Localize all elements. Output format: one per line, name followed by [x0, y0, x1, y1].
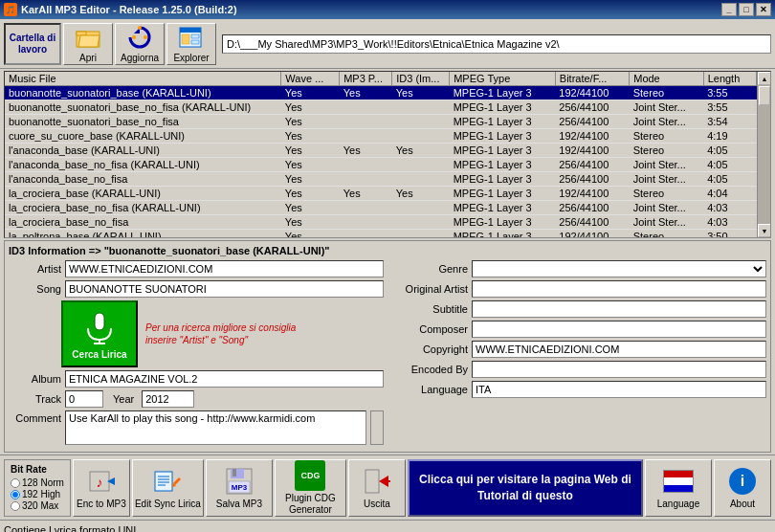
- bottom-toolbar: Bit Rate 128 Norm 192 High 320 Max ♪ Enc…: [0, 454, 775, 520]
- visit-web-button[interactable]: Clicca qui per visitare la pagina Web di…: [408, 459, 643, 517]
- scroll-track[interactable]: [758, 85, 770, 224]
- composer-label: Composer: [391, 323, 468, 335]
- table-row[interactable]: cuore_su_cuore_base (KARALL-UNI)YesMPEG-…: [5, 129, 757, 144]
- table-cell: 256/44100: [555, 215, 629, 230]
- table-cell: [340, 115, 392, 129]
- table-cell: Yes: [392, 86, 450, 100]
- bitrate-192-radio[interactable]: [11, 490, 20, 499]
- copyright-input[interactable]: [472, 341, 766, 358]
- table-cell: Stereo: [630, 230, 703, 238]
- table-row[interactable]: la_poltrona_base (KARALL-UNI)YesMPEG-1 L…: [5, 230, 757, 238]
- about-button[interactable]: i About: [714, 459, 771, 517]
- comment-scrollbar[interactable]: [370, 410, 384, 445]
- plugin-cdg-label: Plugin CDG Generator: [276, 493, 345, 516]
- encoded-by-input[interactable]: [472, 361, 766, 378]
- table-cell: Yes: [392, 144, 450, 158]
- table-cell: [340, 230, 392, 238]
- salva-mp3-label: Salva MP3: [216, 499, 262, 509]
- album-row: Album: [9, 370, 384, 388]
- table-cell: 4:05: [703, 144, 756, 158]
- table-cell: Yes: [281, 115, 340, 129]
- bitrate-128-radio[interactable]: [11, 478, 20, 488]
- scroll-down-arrow[interactable]: ▼: [758, 224, 771, 237]
- table-row[interactable]: la_crociera_base_no_fisaYesMPEG-1 Layer …: [5, 215, 757, 230]
- table-cell: 3:55: [703, 100, 756, 115]
- table-cell: [392, 158, 450, 172]
- plugin-cdg-button[interactable]: CDG Plugin CDG Generator: [275, 459, 346, 517]
- table-cell: Joint Ster...: [630, 201, 703, 215]
- file-table-scroll[interactable]: Music File Wave ... MP3 P... ID3 (Im... …: [5, 72, 757, 237]
- folder-label: Cartella dilavoro: [4, 23, 61, 65]
- table-row[interactable]: l'anaconda_base_no_fisa (KARALL-UNI)YesM…: [5, 158, 757, 172]
- table-cell: MPEG-1 Layer 3: [450, 230, 556, 238]
- artist-input[interactable]: [65, 260, 384, 277]
- maximize-button[interactable]: □: [739, 3, 754, 16]
- microphone-icon: [80, 309, 119, 347]
- table-cell: [340, 215, 392, 230]
- table-cell: Joint Ster...: [630, 172, 703, 187]
- table-cell: Yes: [392, 187, 450, 201]
- aggiorna-button[interactable]: Aggiorna: [115, 23, 165, 65]
- table-row[interactable]: buonanotte_suonatori_base_no_fisa (KARAL…: [5, 100, 757, 115]
- enc-to-mp3-button[interactable]: ♪ Enc to MP3: [73, 459, 130, 517]
- status-bar: Contiene Lyrica formato UNI: [0, 520, 775, 532]
- table-cell: 256/44100: [555, 158, 629, 172]
- cerca-lirica-label: Cerca Lirica: [72, 349, 126, 360]
- edit-sync-lirica-label: Edit Sync Lirica: [135, 499, 201, 509]
- genre-row: Genre: [391, 260, 766, 277]
- table-row[interactable]: la_crociera_base (KARALL-UNI)YesYesYesMP…: [5, 187, 757, 201]
- track-input[interactable]: [65, 390, 103, 408]
- apri-button[interactable]: Apri: [63, 23, 113, 65]
- album-input[interactable]: [65, 370, 384, 388]
- visit-label: Clicca qui per visitare la pagina Web di…: [413, 472, 637, 504]
- language-button[interactable]: Language: [645, 459, 712, 517]
- table-row[interactable]: buonanotte_suonatori_base (KARALL-UNI)Ye…: [5, 86, 757, 100]
- explorer-button[interactable]: Explorer: [166, 23, 216, 65]
- title-bar-left: 🎵 KarAll MP3 Editor - Release 1.25.0 (Bu…: [4, 3, 237, 16]
- table-cell: [392, 115, 450, 129]
- id3-body: Artist Song: [9, 260, 766, 448]
- bitrate-320-radio[interactable]: [11, 501, 20, 511]
- table-cell: 3:55: [703, 86, 756, 100]
- file-table: Music File Wave ... MP3 P... ID3 (Im... …: [5, 72, 757, 237]
- bitrate-128-label: 128 Norm: [22, 477, 64, 488]
- scroll-thumb[interactable]: [759, 86, 770, 105]
- song-input[interactable]: [65, 280, 384, 298]
- edit-sync-icon: [152, 466, 183, 497]
- svg-rect-1: [77, 32, 86, 35]
- language-input[interactable]: [472, 381, 766, 398]
- table-cell: la_poltrona_base (KARALL-UNI): [5, 230, 281, 238]
- comment-textarea[interactable]: [65, 410, 366, 445]
- table-row[interactable]: buonanotte_suonatori_base_no_fisaYesMPEG…: [5, 115, 757, 129]
- original-artist-row: Original Artist: [391, 280, 766, 298]
- table-cell: Stereo: [630, 129, 703, 144]
- genre-select[interactable]: [472, 260, 766, 277]
- comment-row: Comment: [9, 410, 384, 445]
- bitrate-title: Bit Rate: [11, 464, 64, 475]
- salva-mp3-button[interactable]: MP3 Salva MP3: [206, 459, 273, 517]
- minimize-button[interactable]: _: [721, 3, 737, 16]
- table-row[interactable]: l'anaconda_base_no_fisaYesMPEG-1 Layer 3…: [5, 172, 757, 187]
- original-artist-input[interactable]: [472, 280, 766, 298]
- table-row[interactable]: l'anaconda_base (KARALL-UNI)YesYesYesMPE…: [5, 144, 757, 158]
- subtitle-input[interactable]: [472, 300, 766, 318]
- table-cell: [340, 172, 392, 187]
- table-cell: 4:03: [703, 215, 756, 230]
- table-cell: MPEG-1 Layer 3: [450, 100, 556, 115]
- table-cell: 192/44100: [555, 86, 629, 100]
- table-cell: la_crociera_base_no_fisa (KARALL-UNI): [5, 201, 281, 215]
- table-row[interactable]: la_crociera_base_no_fisa (KARALL-UNI)Yes…: [5, 201, 757, 215]
- table-cell: 3:50: [703, 230, 756, 238]
- composer-input[interactable]: [472, 321, 766, 338]
- year-input[interactable]: [142, 390, 194, 408]
- cerca-lirica-button[interactable]: Cerca Lirica: [61, 300, 138, 367]
- close-button[interactable]: ✕: [756, 3, 771, 16]
- explorer-icon: [178, 24, 205, 51]
- table-cell: 256/44100: [555, 172, 629, 187]
- uscita-button[interactable]: Uscita: [348, 459, 406, 517]
- vertical-scrollbar[interactable]: ▲ ▼: [757, 72, 770, 237]
- scroll-up-arrow[interactable]: ▲: [758, 72, 771, 85]
- uscita-icon: [362, 466, 392, 497]
- edit-sync-lirica-button[interactable]: Edit Sync Lirica: [132, 459, 204, 517]
- table-cell: [392, 100, 450, 115]
